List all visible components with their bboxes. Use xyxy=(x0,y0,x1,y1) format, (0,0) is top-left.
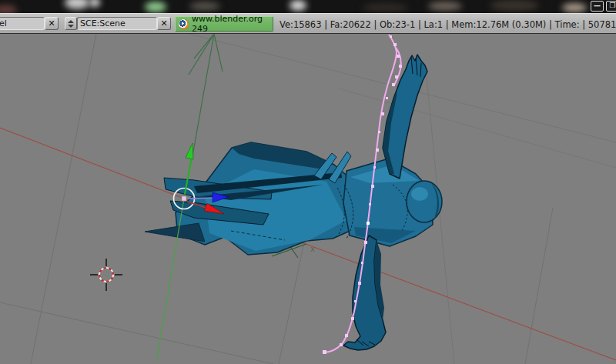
chevron-up-icon xyxy=(68,20,74,23)
manipulator-center-dot[interactable] xyxy=(182,196,186,201)
viewport-3d[interactable]: x xyxy=(0,0,616,364)
blender-version-label: www.blender.org 249 xyxy=(192,14,270,34)
scene-browse-button[interactable] xyxy=(65,17,77,30)
scene-stats-text: Ve:15863 | Fa:20622 | Ob:23-1 | La:1 | M… xyxy=(280,19,616,30)
background-blob xyxy=(428,2,462,11)
datablock-close-button[interactable]: ✕ xyxy=(45,17,59,30)
grid-line xyxy=(525,208,553,364)
chevron-down-icon xyxy=(68,25,74,28)
background-blob xyxy=(89,0,100,7)
background-blob xyxy=(0,5,17,13)
cursor-circle-white xyxy=(99,268,113,282)
curve-selected-point[interactable] xyxy=(367,222,370,225)
background-blob xyxy=(362,3,408,12)
blender-header-bar: del ✕ SCE:Scene ✕ www.blender.org 249 Ve… xyxy=(0,13,616,34)
mesh-skirt-hem-fold xyxy=(145,223,205,242)
grid-y-axis-upper xyxy=(189,34,223,156)
grid-line xyxy=(0,302,273,364)
window-maximize-button[interactable]: ❐ xyxy=(606,1,616,12)
blender-version-button[interactable]: www.blender.org 249 xyxy=(175,16,273,32)
manipulator-y-arrow[interactable] xyxy=(186,143,193,159)
background-blob xyxy=(65,0,89,9)
background-blob xyxy=(145,2,166,12)
manipulator-z-shaft[interactable] xyxy=(188,198,213,199)
scene-name-field[interactable]: SCE:Scene xyxy=(77,17,157,30)
window-minimize-button[interactable]: — xyxy=(591,1,604,12)
cursor-crosshair xyxy=(90,259,122,291)
axis-x-label: x xyxy=(310,245,315,253)
3d-cursor[interactable] xyxy=(90,259,122,291)
background-blob xyxy=(562,3,587,12)
mesh-head-highlight xyxy=(411,187,428,201)
grid-line xyxy=(31,34,96,364)
datablock-name-field[interactable]: del xyxy=(0,17,45,30)
blender-logo-icon xyxy=(179,19,189,29)
mesh-head xyxy=(407,181,442,222)
background-blob xyxy=(290,0,306,11)
background-blob xyxy=(189,2,220,11)
window-title-strip: — ❐ xyxy=(0,0,616,13)
scene-close-button[interactable]: ✕ xyxy=(157,17,171,30)
grid-line xyxy=(339,88,616,168)
background-blob xyxy=(490,0,539,11)
